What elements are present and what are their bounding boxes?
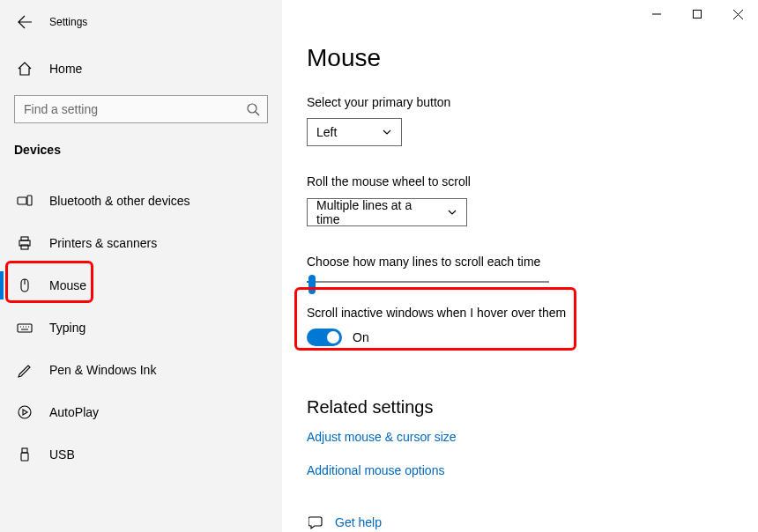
svg-rect-15 [22, 448, 27, 453]
pen-icon [16, 362, 33, 378]
hover-toggle[interactable] [307, 329, 342, 346]
svg-rect-16 [21, 453, 28, 461]
dropdown-value: Left [316, 125, 337, 139]
link-adjust-mouse[interactable]: Adjust mouse & cursor size [307, 430, 758, 444]
svg-rect-2 [27, 196, 32, 205]
sidebar-item-typing[interactable]: Typing [0, 307, 282, 349]
svg-rect-18 [694, 11, 702, 18]
toggle-state: On [353, 330, 369, 344]
nav-label: Typing [49, 321, 85, 335]
keyboard-icon [16, 320, 33, 336]
nav-label: Printers & scanners [49, 236, 157, 250]
hover-label: Scroll inactive windows when I hover ove… [307, 306, 758, 320]
help-icon [307, 514, 326, 530]
sidebar-item-usb[interactable]: USB [0, 433, 282, 476]
home-label: Home [49, 62, 82, 76]
svg-point-14 [19, 406, 31, 418]
nav-list: Bluetooth & other devices Printers & sca… [0, 180, 282, 476]
sidebar-item-pen[interactable]: Pen & Windows Ink [0, 349, 282, 391]
get-help-row[interactable]: Get help [307, 514, 758, 530]
svg-rect-4 [21, 237, 28, 240]
sidebar-item-printers[interactable]: Printers & scanners [0, 222, 282, 264]
lines-label: Choose how many lines to scroll each tim… [307, 255, 758, 269]
printer-icon [16, 235, 33, 251]
home-icon [16, 61, 33, 77]
back-button[interactable] [9, 6, 41, 38]
svg-rect-8 [18, 324, 32, 332]
nav-label: AutoPlay [49, 405, 99, 419]
usb-icon [16, 447, 33, 462]
wheel-dropdown[interactable]: Multiple lines at a time [307, 198, 467, 226]
window-controls [636, 0, 758, 28]
sidebar: Settings Home Devices Bluetooth & [0, 0, 282, 532]
autoplay-icon [16, 404, 33, 420]
related-heading: Related settings [307, 397, 758, 417]
search-input[interactable] [15, 102, 239, 116]
sidebar-item-mouse[interactable]: Mouse [0, 264, 282, 307]
link-additional-options[interactable]: Additional mouse options [307, 463, 758, 477]
close-button[interactable] [717, 0, 758, 28]
section-header: Devices [0, 123, 282, 166]
mouse-icon [16, 277, 33, 293]
nav-label: Mouse [49, 278, 86, 292]
sidebar-item-bluetooth[interactable]: Bluetooth & other devices [0, 180, 282, 222]
svg-rect-1 [18, 197, 26, 204]
nav-label: USB [49, 447, 75, 462]
svg-point-0 [248, 104, 256, 113]
chevron-down-icon [382, 127, 392, 137]
slider-thumb[interactable] [308, 275, 316, 294]
primary-button-dropdown[interactable]: Left [307, 118, 402, 146]
dropdown-value: Multiple lines at a time [316, 198, 436, 226]
home-nav-item[interactable]: Home [0, 51, 282, 86]
app-title: Settings [49, 16, 87, 28]
arrow-left-icon [18, 15, 32, 29]
primary-button-label: Select your primary button [307, 95, 758, 109]
wheel-label: Roll the mouse wheel to scroll [307, 174, 758, 188]
minimize-button[interactable] [636, 0, 677, 28]
titlebar: Settings [0, 5, 282, 39]
nav-label: Pen & Windows Ink [49, 363, 156, 377]
bluetooth-icon [16, 193, 33, 209]
main-content: Mouse Select your primary button Left Ro… [282, 0, 758, 532]
sidebar-item-autoplay[interactable]: AutoPlay [0, 391, 282, 433]
lines-slider[interactable] [307, 281, 549, 283]
maximize-button[interactable] [677, 0, 717, 28]
page-title: Mouse [307, 44, 758, 72]
search-icon [239, 102, 267, 116]
nav-label: Bluetooth & other devices [49, 194, 190, 208]
chevron-down-icon [447, 207, 457, 218]
search-box[interactable] [14, 95, 268, 123]
get-help-label: Get help [335, 515, 382, 529]
